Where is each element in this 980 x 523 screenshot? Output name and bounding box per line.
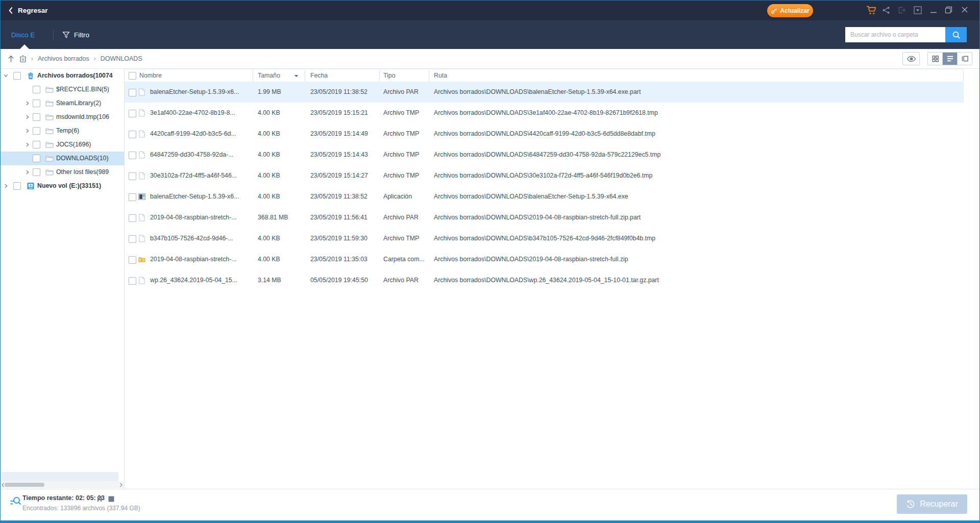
list-view-icon (946, 55, 954, 62)
breadcrumb-item-downloads[interactable]: DOWNLOADS (101, 55, 142, 62)
grid-view-button[interactable] (928, 53, 942, 65)
row-checkbox[interactable] (129, 214, 136, 222)
chevron-right-icon[interactable] (24, 142, 30, 147)
column-header-tipo[interactable]: Tipo (383, 69, 395, 82)
tree-item-archivos-borrados-10074[interactable]: Archivos borrados(10074 (0, 69, 124, 83)
table-row[interactable]: balenaEtcher-Setup-1.5.39-x6...4.00 KB23… (125, 186, 964, 207)
row-checkbox[interactable] (129, 110, 136, 117)
tree-item-checkbox[interactable] (33, 99, 40, 107)
sidebar-horizontal-scrollbar[interactable] (0, 481, 124, 488)
table-row[interactable]: 64847259-dd30-4758-92da-...4.00 KB23/05/… (125, 144, 964, 165)
column-header-ruta[interactable]: Ruta (434, 69, 447, 82)
tree-item-downloads-10[interactable]: DOWNLOADS(10) (0, 152, 124, 165)
cell-path: Archivos borrados\DOWNLOADS\4420caff-919… (434, 123, 960, 144)
row-checkbox[interactable] (129, 89, 136, 96)
scrollbar-thumb[interactable] (5, 483, 44, 487)
tree-item-checkbox[interactable] (13, 72, 21, 80)
cell-type: Archivo PAR (383, 270, 428, 291)
chevron-right-icon[interactable] (24, 114, 30, 120)
scroll-right-arrow-icon[interactable] (119, 483, 123, 487)
table-header: Nombre Tamaño Fecha Tipo Ruta (125, 69, 964, 82)
minimize-icon[interactable] (930, 7, 937, 14)
exit-icon[interactable] (897, 6, 906, 14)
folder-icon (45, 168, 54, 176)
panel-view-button[interactable] (957, 53, 972, 65)
folder-icon (45, 155, 54, 162)
pause-scan-icon[interactable] (96, 495, 103, 503)
cart-icon[interactable] (866, 5, 877, 15)
filter-button[interactable]: Filtro (62, 20, 89, 49)
chevron-right-icon[interactable] (24, 101, 30, 106)
column-header-fecha[interactable]: Fecha (310, 69, 328, 82)
tree-item-temp-6[interactable]: Temp(6) (0, 124, 124, 138)
row-checkbox[interactable] (129, 193, 136, 201)
tree-item-other-lost-files-989[interactable]: Other lost files(989 (0, 165, 124, 179)
row-checkbox[interactable] (129, 235, 136, 243)
tree-item-nuevo-vol-e-33151[interactable]: Nuevo vol (E:)(33151) (0, 179, 124, 193)
tree-item-checkbox[interactable] (33, 113, 40, 121)
row-checkbox[interactable] (129, 131, 136, 138)
column-header-tamano[interactable]: Tamaño (258, 69, 280, 82)
row-checkbox[interactable] (129, 152, 136, 159)
trash-icon[interactable] (19, 55, 27, 63)
scan-progress-bar (0, 520, 980, 523)
close-icon[interactable] (961, 6, 968, 13)
select-all-checkbox[interactable] (129, 72, 136, 80)
scroll-left-arrow-icon[interactable] (1, 483, 5, 487)
preview-eye-button[interactable] (902, 52, 920, 65)
tree-item-recycle-bin-5[interactable]: $RECYCLE.BIN(5) (0, 83, 124, 96)
sort-caret-icon[interactable] (294, 74, 299, 78)
table-row[interactable]: balenaEtcher-Setup-1.5.39-x6...1.99 MB23… (125, 82, 964, 103)
table-row[interactable]: 3e1af400-22ae-4702-8b19-8...4.00 KB23/05… (125, 103, 964, 123)
cell-date: 23/05/2019 11:56:41 (310, 207, 378, 228)
tree-item-steamlibrary-2[interactable]: SteamLibrary(2) (0, 96, 124, 110)
breadcrumb: › Archivos borrados › DOWNLOADS (7, 49, 142, 68)
update-label: Actualizar (780, 7, 809, 14)
list-view-button[interactable] (942, 53, 957, 65)
breadcrumb-item-archivos-borrados[interactable]: Archivos borrados (38, 55, 89, 62)
chevron-right-icon[interactable] (24, 128, 30, 134)
maximize-icon[interactable] (945, 6, 952, 14)
cell-name: 3e1af400-22ae-4702-8b19-8... (150, 103, 251, 123)
tree-item-checkbox[interactable] (33, 155, 40, 162)
table-row[interactable]: wp.26_43624.2019-05-04_15...3.14 MB05/05… (125, 270, 964, 291)
tree-item-checkbox[interactable] (33, 168, 40, 176)
tree-item-checkbox[interactable] (13, 182, 21, 190)
chevron-right-icon[interactable] (3, 183, 9, 189)
row-checkbox[interactable] (129, 277, 136, 285)
table-row[interactable]: 2019-04-08-raspbian-stretch-...368.81 MB… (125, 207, 964, 228)
up-arrow-icon[interactable] (7, 55, 15, 63)
tree-item-checkbox[interactable] (33, 127, 40, 135)
cell-date: 23/05/2019 11:35:03 (310, 249, 378, 270)
tab-bar: Disco E Filtro (0, 20, 980, 49)
table-row[interactable]: b347b105-7526-42cd-9d46-...4.00 KB23/05/… (125, 228, 964, 249)
cell-path: Archivos borrados\DOWNLOADS\b347b105-752… (434, 228, 960, 249)
doc-file-icon (138, 88, 145, 96)
search-input[interactable] (845, 27, 945, 42)
recover-button[interactable]: Recuperar (897, 494, 967, 514)
search-button[interactable] (945, 27, 967, 42)
table-row[interactable]: 2019-04-08-raspbian-stretch-...4.00 KB23… (125, 249, 964, 270)
chevron-right-icon[interactable] (24, 169, 30, 175)
table-row[interactable]: 30e3102a-f72d-4ff5-a46f-546...4.00 KB23/… (125, 165, 964, 186)
tree-item-checkbox[interactable] (33, 141, 40, 148)
table-row[interactable]: 4420caff-9199-42d0-b3c5-6d...4.00 KB23/0… (125, 123, 964, 144)
share-icon[interactable] (882, 6, 890, 14)
row-checkbox[interactable] (129, 256, 136, 264)
chevron-down-icon[interactable] (3, 73, 9, 79)
tree-item-checkbox[interactable] (33, 86, 40, 93)
column-header-nombre[interactable]: Nombre (139, 69, 162, 82)
cell-path: Archivos borrados\DOWNLOADS\wp.26_43624.… (434, 270, 960, 291)
recover-icon (906, 500, 915, 509)
tree-item-jocs-1696[interactable]: JOCS(1696) (0, 138, 124, 152)
tree-item-msdownld-tmp-106[interactable]: msdownld.tmp(106 (0, 110, 124, 124)
row-checkbox[interactable] (129, 172, 136, 180)
update-button[interactable]: Actualizar (767, 4, 813, 17)
back-button[interactable]: Regresar (8, 0, 48, 20)
stop-scan-icon[interactable] (108, 495, 115, 503)
cell-name: 64847259-dd30-4758-92da-... (150, 144, 251, 165)
menu-dropdown-icon[interactable] (914, 6, 922, 14)
cell-date: 05/05/2019 19:45:50 (310, 270, 378, 291)
cell-name: 2019-04-08-raspbian-stretch-... (150, 249, 251, 270)
cell-path: Archivos borrados\DOWNLOADS\64847259-dd3… (434, 144, 960, 165)
